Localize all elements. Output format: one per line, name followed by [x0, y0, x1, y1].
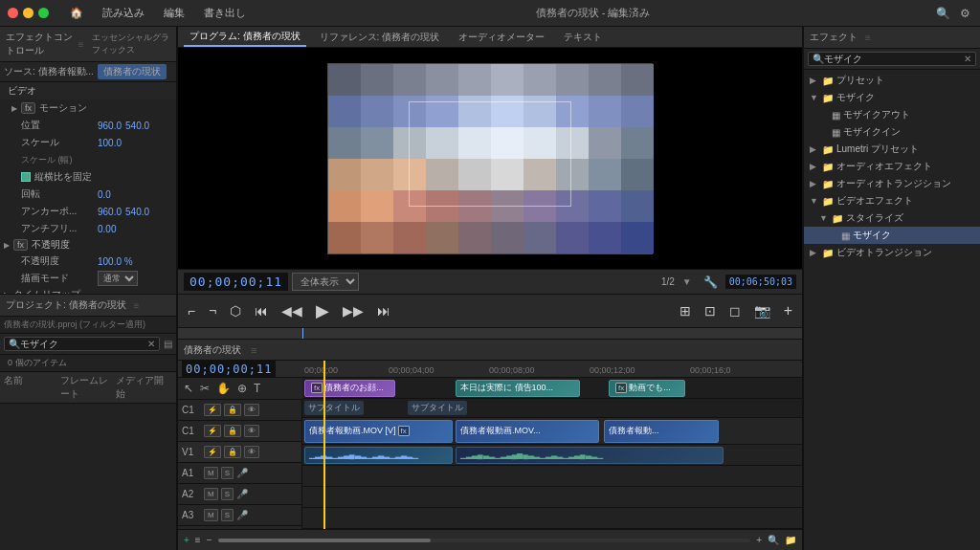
- track-sync-c1-2[interactable]: ⚡: [204, 425, 221, 437]
- step-forward-button[interactable]: ⏭: [373, 301, 394, 320]
- track-sync-v1[interactable]: ⚡: [204, 446, 221, 458]
- zoom-slider[interactable]: [218, 539, 751, 542]
- minimize-button[interactable]: [23, 8, 33, 18]
- clip-v1-3[interactable]: 債務者報動...: [604, 420, 719, 443]
- track-s-a3[interactable]: S: [221, 509, 234, 521]
- track-eye-c1-2[interactable]: 👁: [244, 425, 259, 437]
- zoom-tool-icon[interactable]: ⊕: [235, 380, 249, 397]
- loop-button[interactable]: ⊞: [676, 301, 695, 320]
- clip-v1-1[interactable]: 債務者報動画.MOV [V] fx: [304, 420, 453, 443]
- position-x-value[interactable]: 960.0: [98, 121, 122, 131]
- wrench-icon[interactable]: 🔧: [703, 275, 718, 289]
- anchor-x-value[interactable]: 960.0: [98, 207, 122, 217]
- track-mic-a3[interactable]: 🎤: [236, 510, 248, 520]
- hand-tool-icon[interactable]: ✋: [214, 380, 233, 397]
- track-lock-c1-2[interactable]: 🔒: [224, 425, 241, 437]
- track-sync-c1-1[interactable]: ⚡: [204, 404, 221, 416]
- track-mic-a2[interactable]: 🎤: [236, 489, 248, 499]
- track-lock-c1-1[interactable]: 🔒: [224, 404, 241, 416]
- tree-item-lumetri[interactable]: ▶ 📁 Lumetri プリセット: [804, 141, 980, 158]
- track-lock-v1[interactable]: 🔒: [224, 446, 241, 458]
- tree-item-mosaic-in[interactable]: ▶ ▦ モザイクイン: [804, 123, 980, 141]
- tab-program[interactable]: プログラム: 債務者の現状: [184, 28, 306, 47]
- tab-text[interactable]: テキスト: [558, 29, 608, 46]
- tree-item-preset[interactable]: ▶ 📁 プリセット: [804, 72, 980, 89]
- clip-subtitle-2[interactable]: 本日は実際に 債告100...: [456, 380, 580, 397]
- quality-dropdown-icon[interactable]: ▼: [682, 276, 692, 287]
- add-track-button[interactable]: +: [184, 535, 189, 545]
- search-icon[interactable]: 🔍: [934, 5, 952, 22]
- nav-export[interactable]: 書き出し: [198, 4, 252, 22]
- track-eye-c1-1[interactable]: 👁: [244, 404, 259, 416]
- clip-a1-1[interactable]: ▁▂▃▂▁▂▃▄▃▂▁▂▃▂▁▂▃▂▁: [304, 447, 453, 464]
- track-m-a3[interactable]: M: [204, 509, 218, 521]
- safe-margins-button[interactable]: ⊡: [701, 301, 720, 320]
- timeline-timecode[interactable]: 00;00;00;11: [182, 361, 276, 378]
- tree-item-video-fx[interactable]: ▼ 📁 ビデオエフェクト: [804, 192, 980, 209]
- folder-button[interactable]: 📁: [785, 535, 796, 545]
- tab-audio-meter[interactable]: オーディオメーター: [453, 29, 550, 46]
- antiflicker-value[interactable]: 0.00: [98, 224, 116, 234]
- clip-label[interactable]: 債務者の現状: [98, 64, 167, 79]
- anchor-y-value[interactable]: 540.0: [125, 207, 149, 217]
- track-s-a1[interactable]: S: [221, 467, 234, 479]
- tree-item-audio-transition[interactable]: ▶ 📁 オーディオトランジション: [804, 175, 980, 192]
- add-button[interactable]: +: [780, 300, 796, 321]
- selection-tool-icon[interactable]: ↖: [182, 380, 195, 397]
- clip-subtitle-1[interactable]: fx 債務者のお顔...: [304, 380, 395, 397]
- monitor-timecode[interactable]: 00;00;00;11: [184, 273, 288, 291]
- motion-chevron[interactable]: ▶: [11, 104, 17, 113]
- tree-item-stylize[interactable]: ▼ 📁 スタイライズ: [804, 209, 980, 227]
- clip-subtitle-3[interactable]: fx 動画でも...: [609, 380, 685, 397]
- project-search-input[interactable]: [20, 339, 147, 349]
- output-button[interactable]: ◻: [725, 301, 745, 320]
- maximize-button[interactable]: [38, 8, 49, 18]
- scale-value[interactable]: 100.0: [98, 138, 122, 148]
- tree-item-mosaic-out[interactable]: ▶ ▦ モザイクアウト: [804, 106, 980, 123]
- prev-frame-button[interactable]: ◀◀: [278, 301, 306, 320]
- tree-item-mosaic-folder[interactable]: ▼ 📁 モザイク: [804, 89, 980, 106]
- step-back-button[interactable]: ⏮: [251, 301, 272, 320]
- search-clear-icon[interactable]: ✕: [147, 339, 155, 349]
- tree-item-video-transition[interactable]: ▶ 📁 ビデオトランジション: [804, 244, 980, 261]
- effects-search-clear-icon[interactable]: ✕: [964, 54, 971, 64]
- rotation-value[interactable]: 0.0: [98, 189, 111, 200]
- tree-item-audio-fx[interactable]: ▶ 📁 オーディオエフェクト: [804, 158, 980, 175]
- display-mode-select[interactable]: 全体表示: [292, 273, 359, 291]
- play-button[interactable]: ▶: [312, 298, 333, 323]
- blend-mode-select[interactable]: 通常: [98, 271, 138, 286]
- camera-button[interactable]: 📷: [750, 301, 774, 320]
- tab-reference[interactable]: リファレンス: 債務者の現状: [314, 29, 446, 46]
- playhead-marker[interactable]: [323, 361, 325, 529]
- nav-import[interactable]: 読み込み: [97, 4, 150, 22]
- track-settings-button[interactable]: ≡: [195, 535, 201, 545]
- clip-v1-2[interactable]: 債務者報動画.MOV...: [456, 420, 599, 443]
- zoom-in-button[interactable]: +: [756, 535, 762, 545]
- opacity-chevron[interactable]: ▶: [4, 241, 10, 250]
- project-search-box[interactable]: 🔍 ✕: [4, 337, 160, 351]
- track-eye-v1[interactable]: 👁: [244, 446, 259, 458]
- effects-search-input[interactable]: [824, 54, 964, 64]
- track-mic-a1[interactable]: 🎤: [236, 468, 248, 478]
- opacity-value[interactable]: 100.0 %: [98, 256, 133, 267]
- tree-item-mosaic-effect[interactable]: ▶ ▦ モザイク: [804, 227, 980, 244]
- text-tool-icon[interactable]: T: [252, 380, 262, 397]
- zoom-out-button[interactable]: −: [207, 535, 212, 545]
- track-m-a2[interactable]: M: [204, 488, 218, 500]
- nav-home[interactable]: 🏠: [64, 5, 89, 21]
- razor-tool-icon[interactable]: ✂: [198, 380, 212, 397]
- nav-edit[interactable]: 編集: [158, 4, 190, 22]
- effects-search-box[interactable]: 🔍 ✕: [808, 52, 976, 66]
- close-button[interactable]: [8, 8, 18, 18]
- aspect-checkbox[interactable]: [21, 172, 31, 182]
- track-m-a1[interactable]: M: [204, 467, 218, 479]
- position-y-value[interactable]: 540.0: [125, 121, 149, 131]
- track-s-a2[interactable]: S: [221, 488, 234, 500]
- clip-a1-2[interactable]: ▁▂▃▄▃▂▁▂▃▄▅▄▃▂▁▂▃▂▁▂▃▄▃▂▁: [456, 447, 724, 464]
- mark-in-button[interactable]: ⌐: [184, 301, 199, 320]
- settings-icon[interactable]: ⚙: [958, 5, 972, 22]
- search-timeline-button[interactable]: 🔍: [768, 535, 779, 545]
- timeline-scrubber[interactable]: [178, 328, 802, 340]
- add-marker-button[interactable]: ⬡: [226, 301, 245, 320]
- next-frame-button[interactable]: ▶▶: [339, 301, 368, 320]
